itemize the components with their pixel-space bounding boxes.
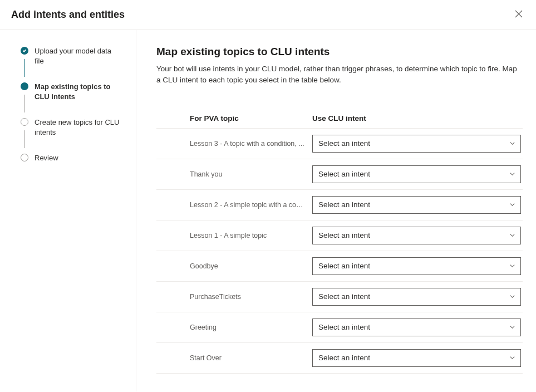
main-content: Map existing topics to CLU intents Your …	[136, 30, 536, 391]
intent-select[interactable]: Select an intent	[312, 288, 521, 306]
page-title: Map existing topics to CLU intents	[156, 46, 523, 58]
topic-name: Lesson 3 - A topic with a condition, ...	[190, 140, 312, 148]
page-description: Your bot will use intents in your CLU mo…	[156, 63, 523, 86]
table-row: Greeting Select an intent	[156, 312, 523, 343]
dialog-title: Add intents and entities	[11, 9, 125, 21]
step-label: Review	[35, 153, 63, 163]
intent-select[interactable]: Select an intent	[312, 349, 521, 367]
topic-name: PurchaseTickets	[190, 293, 312, 301]
intent-select[interactable]: Select an intent	[312, 227, 521, 244]
step-pending-icon	[21, 154, 28, 161]
topic-name: Goodbye	[190, 262, 312, 270]
step-current-icon	[21, 82, 28, 90]
intent-select[interactable]: Select an intent	[312, 196, 521, 214]
topic-name: Thank you	[190, 170, 312, 178]
wizard-steps-sidebar: Upload your model data file Map existing…	[0, 30, 136, 391]
topic-name: Lesson 1 - A simple topic	[190, 232, 312, 239]
wizard-step-map-topics[interactable]: Map existing topics to CLU intents	[20, 81, 125, 117]
column-header-topic: For PVA topic	[190, 114, 312, 122]
table-row: Lesson 2 - A simple topic with a con... …	[156, 190, 523, 220]
table-row: Start Over Select an intent	[156, 343, 523, 374]
column-header-intent: Use CLU intent	[312, 114, 523, 122]
step-label: Create new topics for CLU intents	[35, 117, 125, 153]
wizard-step-create-topics[interactable]: Create new topics for CLU intents	[20, 117, 125, 153]
step-label: Upload your model data file	[35, 46, 125, 81]
topic-name: Lesson 2 - A simple topic with a con...	[190, 201, 312, 209]
intent-select[interactable]: Select an intent	[312, 318, 521, 336]
close-button[interactable]	[513, 8, 525, 22]
step-pending-icon	[21, 118, 28, 126]
dialog-header: Add intents and entities	[0, 0, 536, 30]
dialog-body: Upload your model data file Map existing…	[0, 30, 536, 391]
intent-select[interactable]: Select an intent	[312, 165, 521, 183]
wizard-step-upload[interactable]: Upload your model data file	[20, 46, 125, 81]
topics-mapping-table: For PVA topic Use CLU intent Lesson 3 - …	[156, 109, 523, 374]
intent-select[interactable]: Select an intent	[312, 257, 521, 275]
step-completed-icon	[21, 47, 28, 55]
table-header: For PVA topic Use CLU intent	[156, 109, 523, 129]
table-row: PurchaseTickets Select an intent	[156, 282, 523, 312]
table-row: Thank you Select an intent	[156, 159, 523, 190]
table-row: Lesson 3 - A topic with a condition, ...…	[156, 129, 523, 159]
table-row: Goodbye Select an intent	[156, 251, 523, 282]
intent-select[interactable]: Select an intent	[312, 135, 521, 153]
table-row: Lesson 1 - A simple topic Select an inte…	[156, 220, 523, 251]
step-label: Map existing topics to CLU intents	[35, 81, 125, 117]
topic-name: Greeting	[190, 324, 312, 331]
close-icon	[515, 10, 523, 19]
wizard-step-review[interactable]: Review	[20, 153, 125, 163]
topic-name: Start Over	[190, 354, 312, 362]
